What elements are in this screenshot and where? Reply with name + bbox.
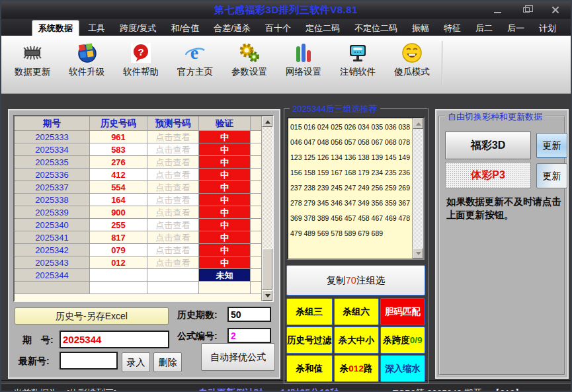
history-cell: 255 — [90, 219, 147, 231]
copy-groups-button[interactable]: 复制70注组选 — [286, 265, 425, 295]
predict-cell[interactable]: 点击查看 — [147, 156, 199, 169]
ticaip3-button[interactable]: 体彩P3 — [445, 162, 531, 188]
header-filler — [251, 116, 261, 131]
predict-cell[interactable]: 点击查看 — [147, 219, 199, 231]
copy-text-post: 注组选 — [356, 275, 386, 286]
period-cell: 2025342 — [15, 244, 90, 256]
svg-text:?: ? — [138, 46, 143, 58]
predict-cell[interactable]: 点击查看 — [147, 181, 199, 194]
history-filter-button[interactable]: 历史号过滤 — [286, 327, 333, 354]
header-period: 期号 — [15, 116, 90, 131]
kill-sum-button[interactable]: 杀和值 — [286, 355, 333, 382]
button-label: 深入缩水 — [385, 363, 421, 375]
toolbar-label: 注销软件 — [340, 66, 376, 78]
tab-tools[interactable]: 工具 — [82, 21, 111, 36]
period-cell: 2025333 — [15, 131, 90, 143]
filler-cell — [251, 194, 261, 206]
formula-no-input[interactable] — [227, 328, 271, 343]
homepage-button[interactable]: e 官方主页 — [168, 39, 222, 83]
switch-title: 自由切换彩种和更新数据 — [445, 111, 545, 123]
close-button[interactable] — [548, 4, 563, 16]
data-update-button[interactable]: 数据更新 — [5, 39, 60, 83]
history-periods-input[interactable] — [227, 307, 271, 322]
help-button[interactable]: ? 软件帮助 — [114, 39, 168, 83]
network-button[interactable]: 网络设置 — [276, 39, 331, 83]
tab-position-2code[interactable]: 定位二码 — [300, 21, 346, 36]
logout-button[interactable]: 注销软件 — [331, 39, 385, 83]
tab-span-duplex[interactable]: 跨度/复式 — [114, 21, 163, 36]
period-cell: 2025339 — [15, 206, 90, 219]
help-icon: ? — [129, 41, 153, 65]
kill-size-button[interactable]: 杀大中小 — [334, 327, 379, 354]
tab-last-one[interactable]: 后一 — [501, 21, 530, 36]
predict-cell[interactable]: 点击查看 — [147, 131, 199, 143]
table-scrollbar[interactable] — [261, 116, 272, 301]
table-row: 2025333961点击查看中 — [15, 131, 261, 143]
button-label: 杀组三 — [296, 306, 323, 318]
tab-nonposition-2code[interactable]: 不定位二码 — [348, 21, 403, 36]
restore-button[interactable] — [519, 4, 534, 16]
recommend-numbers[interactable]: 015 016 024 025 026 034 035 036 038 046 … — [290, 120, 410, 257]
export-excel-button[interactable]: 历史号-另存Excel — [15, 307, 169, 325]
filler-cell — [251, 219, 261, 231]
numbers-scrollbar[interactable] — [412, 118, 423, 258]
update-ticai-button[interactable]: 更新 — [536, 163, 567, 188]
verify-cell: 中 — [199, 256, 251, 269]
kill-group3-button[interactable]: 杀组三 — [286, 298, 333, 325]
scroll-down-button[interactable] — [262, 290, 272, 301]
upgrade-icon — [75, 41, 99, 65]
tab-hundred-ten[interactable]: 百十个 — [259, 21, 297, 36]
chip-icon — [20, 41, 44, 65]
settings-button[interactable]: 参数设置 — [222, 39, 276, 83]
kill-group6-button[interactable]: 杀组六 — [334, 298, 379, 325]
easy-mode-button[interactable]: 傻瓜模式 — [385, 39, 439, 83]
latest-number-input[interactable] — [60, 352, 118, 370]
verify-cell: 中 — [199, 231, 251, 244]
table-header-row: 期号 历史号码 预测号码 验证 — [15, 116, 261, 131]
filler-cell — [251, 169, 261, 181]
enter-button[interactable]: 录入 — [122, 352, 150, 372]
tab-diff-kill[interactable]: 合差/通杀 — [208, 21, 257, 36]
tab-plan2[interactable]: 计划2 — [565, 21, 572, 36]
tab-last-two[interactable]: 后二 — [470, 21, 499, 36]
deep-shrink-button[interactable]: 深入缩水 — [380, 355, 425, 382]
table-row: 2025341817点击查看中 — [15, 231, 261, 244]
predict-cell[interactable]: 点击查看 — [147, 231, 199, 244]
current-data-status: 当前数据为：[体彩排列三] — [13, 387, 116, 392]
update-fucai-button[interactable]: 更新 — [536, 133, 567, 158]
header-predict: 预测号码 — [147, 116, 199, 131]
scroll-thumb[interactable] — [262, 249, 272, 290]
kill-012-button[interactable]: 杀012路 — [334, 355, 379, 382]
filler-cell — [251, 256, 261, 269]
verify-cell: 中 — [199, 244, 251, 256]
minimize-button[interactable] — [490, 4, 505, 16]
countdown-label: 自动更新倒计时： — [198, 387, 272, 392]
predict-cell[interactable]: 点击查看 — [147, 256, 199, 269]
filler-cell — [251, 231, 261, 244]
toolbar-label: 参数设置 — [231, 66, 267, 78]
kill-span-button[interactable]: 杀跨度0/9 — [380, 327, 425, 354]
scroll-down-button[interactable] — [413, 248, 423, 258]
period-input[interactable] — [60, 331, 169, 348]
auto-formula-button[interactable]: 自动择优公式 — [201, 343, 275, 371]
tab-plan[interactable]: 计划 — [533, 21, 562, 36]
predict-cell[interactable]: 点击查看 — [147, 169, 199, 181]
tab-feature[interactable]: 特征 — [438, 21, 467, 36]
delete-button[interactable]: 删除 — [153, 352, 182, 372]
fucai3d-button[interactable]: 福彩3D — [445, 132, 531, 159]
tab-system-data[interactable]: 系统数据 — [32, 20, 79, 36]
scroll-up-button[interactable] — [413, 118, 423, 129]
scroll-up-button[interactable] — [262, 116, 272, 127]
predict-cell[interactable]: 点击查看 — [147, 143, 199, 156]
switch-frame: 自由切换彩种和更新数据 福彩3D 更新 体彩P3 更新 如果数据更新不及时请点击… — [438, 116, 565, 375]
upgrade-button[interactable]: 软件升级 — [60, 39, 114, 83]
period-cell: 2025336 — [15, 169, 90, 181]
main-area: 期号 历史号码 预测号码 验证 2025333961点击查看中 20253345… — [1, 102, 571, 380]
dan-match-button[interactable]: 胆码匹配 — [380, 298, 425, 325]
tab-sum-value[interactable]: 和/合值 — [165, 21, 206, 36]
predict-cell[interactable]: 点击查看 — [147, 206, 199, 219]
tab-amplitude[interactable]: 振幅 — [406, 21, 435, 36]
predict-cell[interactable]: 点击查看 — [147, 194, 199, 206]
predict-cell[interactable]: 点击查看 — [147, 244, 199, 256]
predict-cell[interactable]: 点击查看 — [147, 269, 199, 282]
